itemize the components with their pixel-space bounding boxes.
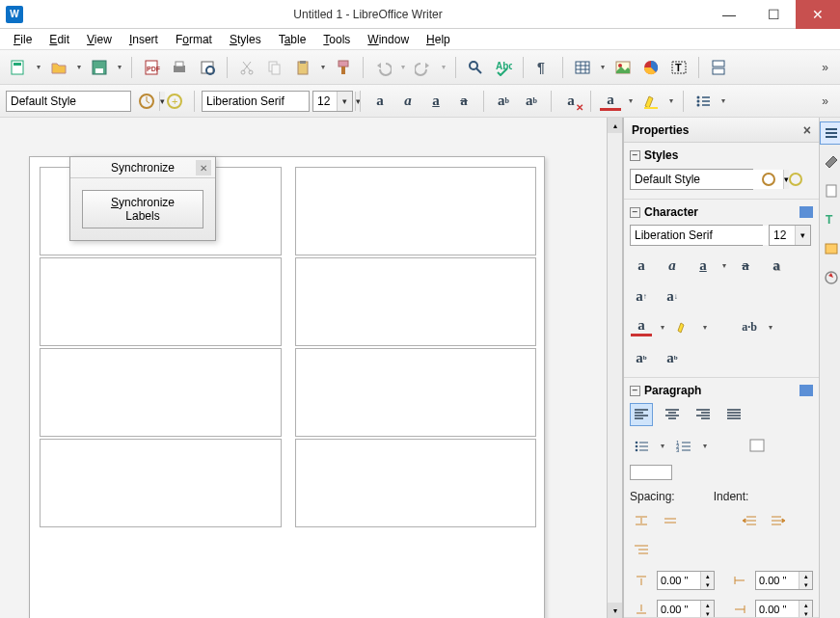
properties-tab[interactable] <box>820 121 840 145</box>
sidebar-highlight-button[interactable] <box>672 315 695 338</box>
toolbar-overflow[interactable]: » <box>816 61 834 74</box>
maximize-button[interactable]: ☐ <box>751 0 796 29</box>
scroll-down-button[interactable]: ▾ <box>608 603 622 618</box>
insert-image-button[interactable] <box>610 55 636 80</box>
label-cell[interactable] <box>40 348 282 437</box>
superscript-button[interactable]: ab <box>491 89 516 114</box>
sidebar-font-size-input[interactable] <box>770 226 795 245</box>
menu-file[interactable]: File <box>6 31 40 48</box>
hanging-indent-button[interactable] <box>630 538 653 561</box>
decrease-indent-button[interactable] <box>767 509 790 532</box>
sidebar-font-combo[interactable]: ▾ <box>630 225 763 246</box>
update-style-button[interactable] <box>134 89 159 114</box>
export-pdf-button[interactable]: PDF <box>139 55 164 80</box>
menu-tools[interactable]: Tools <box>315 31 358 48</box>
indent-right-spinbox[interactable]: ▴▾ <box>755 600 813 618</box>
undo-dropdown[interactable]: ▾ <box>398 55 408 80</box>
undo-button[interactable] <box>370 55 395 80</box>
new-button[interactable] <box>6 55 31 80</box>
print-preview-button[interactable] <box>195 55 220 80</box>
redo-dropdown[interactable]: ▾ <box>439 55 448 80</box>
number-list-sidebar-button[interactable]: 123 <box>672 434 695 457</box>
sidebar-shrink-font-button[interactable]: a↓ <box>661 284 684 308</box>
print-button[interactable] <box>167 55 192 80</box>
strikethrough-button[interactable]: a <box>451 89 476 114</box>
bold-button[interactable]: a <box>367 89 393 114</box>
sidebar-style-combo[interactable]: ▾ <box>630 169 753 190</box>
menu-insert[interactable]: Insert <box>122 31 166 48</box>
menu-help[interactable]: Help <box>419 31 458 48</box>
collapse-icon[interactable]: − <box>630 386 640 396</box>
align-justify-button[interactable] <box>722 403 745 426</box>
open-dropdown[interactable]: ▾ <box>74 55 84 80</box>
sidebar-shadow-button[interactable]: a <box>765 254 788 277</box>
synchronize-labels-button[interactable]: Synchronize Labels <box>82 190 203 228</box>
sidebar-char-spacing-button[interactable]: a·b <box>738 315 761 338</box>
italic-button[interactable]: a <box>395 89 420 114</box>
align-right-button[interactable] <box>691 403 715 426</box>
properties-close-button[interactable]: × <box>803 122 811 138</box>
increase-indent-button[interactable] <box>738 509 761 532</box>
document-scroll[interactable]: Synchronize ✕ Synchronize Labels <box>0 118 607 618</box>
sidebar-strike-button[interactable]: a <box>734 254 757 277</box>
font-color-dropdown[interactable]: ▾ <box>626 89 636 114</box>
dropdown-arrow-icon[interactable]: ▾ <box>795 226 810 245</box>
label-cell[interactable] <box>295 257 537 346</box>
minimize-button[interactable]: — <box>707 0 751 29</box>
find-replace-button[interactable] <box>463 55 488 80</box>
sidebar-bold-button[interactable]: a <box>630 254 653 277</box>
vertical-scrollbar[interactable]: ▴ ▾ <box>607 118 622 618</box>
cut-button[interactable] <box>234 55 259 80</box>
highlight-dropdown[interactable]: ▾ <box>666 89 676 114</box>
sidebar-font-color-button[interactable]: a <box>630 315 653 338</box>
bullet-list-sidebar-button[interactable] <box>630 434 653 457</box>
format-toolbar-overflow[interactable]: » <box>816 94 834 108</box>
space-above-spinbox[interactable]: ▴▾ <box>657 571 715 590</box>
collapse-icon[interactable]: − <box>630 150 640 161</box>
highlight-button[interactable] <box>638 89 664 114</box>
settings-tab[interactable] <box>820 150 840 174</box>
sidebar-underline-button[interactable]: a <box>691 254 715 277</box>
label-cell[interactable] <box>295 348 537 437</box>
menu-format[interactable]: Format <box>168 31 220 48</box>
font-size-combo[interactable]: ▾ <box>312 91 353 112</box>
sidebar-grow-font-button[interactable]: a↑ <box>630 284 653 308</box>
font-color-button[interactable]: a <box>598 89 623 114</box>
label-cell[interactable] <box>40 257 282 346</box>
more-options-icon[interactable] <box>799 206 813 218</box>
dropdown-arrow-icon[interactable]: ▾ <box>337 92 352 111</box>
insert-table-button[interactable] <box>570 55 595 80</box>
sidebar-subscript-button[interactable]: ab <box>661 346 684 369</box>
clear-formatting-button[interactable]: a✕ <box>558 89 583 114</box>
align-center-button[interactable] <box>661 403 684 426</box>
sidebar-font-input[interactable] <box>631 226 783 245</box>
increase-spacing-button[interactable] <box>630 509 653 532</box>
update-style-sidebar-button[interactable] <box>757 168 780 191</box>
save-dropdown[interactable]: ▾ <box>115 55 124 80</box>
background-color-button[interactable] <box>745 434 769 457</box>
page-tab[interactable] <box>820 179 840 202</box>
underline-button[interactable]: a <box>423 89 448 114</box>
decrease-spacing-button[interactable] <box>659 509 682 532</box>
synchronize-window[interactable]: Synchronize ✕ Synchronize Labels <box>69 156 216 241</box>
subscript-button[interactable]: ab <box>519 89 544 114</box>
new-style-sidebar-button[interactable] <box>784 168 807 191</box>
scroll-up-button[interactable]: ▴ <box>608 118 622 133</box>
label-cell[interactable] <box>40 439 282 527</box>
menu-window[interactable]: Window <box>360 31 417 48</box>
open-button[interactable] <box>46 55 71 80</box>
insert-chart-button[interactable] <box>638 55 664 80</box>
background-color-swatch[interactable] <box>630 465 672 480</box>
space-below-spinbox[interactable]: ▴▾ <box>657 600 715 618</box>
new-dropdown[interactable]: ▾ <box>34 55 43 80</box>
align-left-button[interactable] <box>630 403 653 426</box>
gallery-tab[interactable] <box>820 237 840 260</box>
spellcheck-button[interactable]: Abc <box>491 55 516 80</box>
bullet-list-dropdown[interactable]: ▾ <box>718 89 728 114</box>
formatting-marks-button[interactable]: ¶ <box>530 55 555 80</box>
redo-button[interactable] <box>411 55 436 80</box>
collapse-icon[interactable]: − <box>630 207 640 218</box>
copy-button[interactable] <box>262 55 287 80</box>
font-name-combo[interactable]: ▾ <box>202 91 310 112</box>
label-cell[interactable] <box>295 439 537 527</box>
